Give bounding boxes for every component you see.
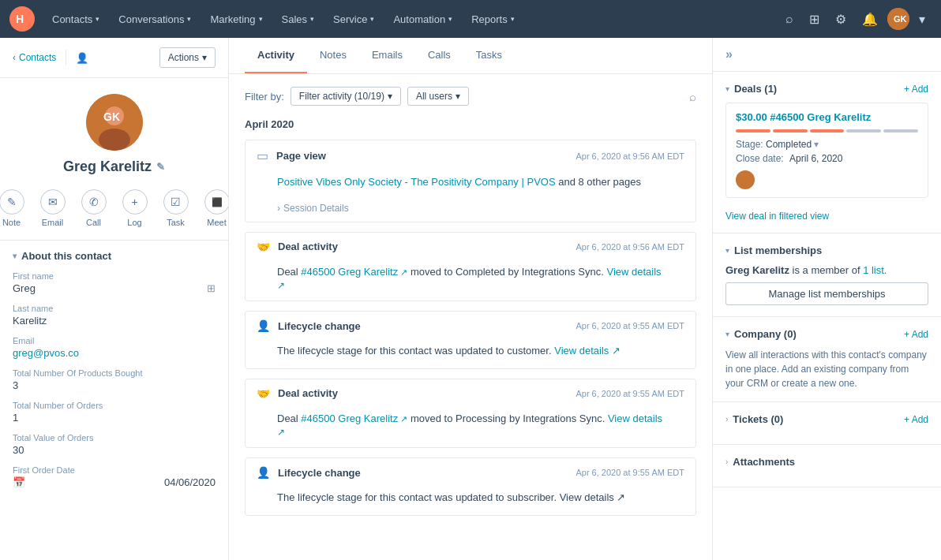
list-memberships-text: Greg Karelitz is a member of 1 list.: [725, 264, 928, 276]
meet-button[interactable]: ⬛ Meet: [198, 186, 230, 230]
view-deal-link[interactable]: View deal in filtered view: [725, 211, 829, 222]
note-button[interactable]: ✎ Note: [0, 186, 31, 230]
action-icons-row: ✎ Note ✉ Email ✆ Call + Log ☑ Task: [0, 186, 229, 230]
stage-chevron-icon[interactable]: ▾: [814, 139, 819, 150]
panel-collapse-button[interactable]: »: [713, 38, 941, 72]
company-chevron-icon[interactable]: ▾: [725, 330, 729, 338]
service-chevron-icon: ▾: [370, 15, 374, 23]
manage-list-memberships-button[interactable]: Manage list memberships: [725, 282, 928, 305]
add-ticket-button[interactable]: + Add: [904, 414, 928, 425]
page-view-link[interactable]: Positive Vibes Only Society - The Positi…: [277, 176, 556, 188]
field-table-icon[interactable]: ⊞: [207, 282, 216, 294]
all-users-filter-button[interactable]: All users ▾: [407, 87, 469, 106]
progress-bar-3: [810, 129, 845, 133]
list-memberships-chevron-icon[interactable]: ▾: [725, 246, 729, 255]
deal-ext-link[interactable]: ↗: [277, 280, 285, 291]
activity-card-page-view: ▭ Page view Apr 6, 2020 at 9:56 AM EDT P…: [245, 140, 696, 222]
lifecycle-icon-2: 👤: [257, 466, 270, 479]
apps-icon[interactable]: ⊞: [803, 7, 826, 32]
nav-contacts[interactable]: Contacts ▾: [44, 9, 107, 30]
deal-name[interactable]: $30.00 #46500 Greg Karelitz: [736, 111, 918, 123]
actions-button[interactable]: Actions ▾: [159, 47, 216, 68]
attachments-chevron-icon[interactable]: ›: [725, 457, 728, 466]
activity-body: The lifecycle stage for this contact was…: [246, 340, 695, 368]
about-section-header[interactable]: ▾ About this contact: [13, 250, 216, 262]
email-icon: ✉: [40, 189, 66, 215]
view-details-link-2[interactable]: View details: [608, 413, 662, 424]
nav-automation[interactable]: Automation ▾: [385, 9, 460, 30]
add-deal-button[interactable]: + Add: [904, 84, 928, 95]
about-chevron-icon: ▾: [13, 252, 17, 260]
search-icon[interactable]: ⌕: [779, 7, 800, 31]
email-button[interactable]: ✉ Email: [34, 186, 72, 230]
progress-bar-1: [736, 129, 770, 133]
activity-search-icon[interactable]: ⌕: [689, 90, 696, 103]
filter-bar: Filter by: Filter activity (10/19) ▾ All…: [245, 87, 696, 106]
deal-close-date: Close date: April 6, 2020: [736, 153, 918, 164]
tickets-section-header: › Tickets (0) + Add: [725, 413, 928, 425]
nav-conversations[interactable]: Conversations ▾: [111, 9, 199, 30]
tab-emails[interactable]: Emails: [359, 38, 415, 73]
deal-activity-icon-2: 🤝: [257, 387, 270, 400]
user-avatar[interactable]: GK: [887, 8, 909, 30]
log-button[interactable]: + Log: [116, 186, 154, 230]
add-company-button[interactable]: + Add: [904, 329, 928, 340]
conversations-chevron-icon: ▾: [187, 15, 191, 23]
page-view-icon: ▭: [257, 148, 268, 163]
svg-point-6: [99, 129, 130, 151]
activity-card-header: ▭ Page view Apr 6, 2020 at 9:56 AM EDT: [246, 140, 695, 171]
edit-name-icon[interactable]: ✎: [156, 161, 165, 173]
view-details-link[interactable]: View details: [606, 266, 661, 278]
date-divider: April 2020: [245, 118, 696, 130]
about-section: ▾ About this contact First name Greg ⊞ L…: [0, 241, 228, 507]
list-count-link[interactable]: 1 list.: [863, 264, 887, 276]
progress-bar-4: [846, 129, 881, 133]
note-icon: ✎: [0, 189, 24, 215]
field-email: Email greg@pvos.co: [13, 336, 216, 359]
actions-chevron-icon: ▾: [202, 52, 207, 63]
sales-chevron-icon: ▾: [310, 15, 314, 23]
deal-link[interactable]: #46500 Greg Karelitz: [301, 266, 398, 278]
activity-body: Deal #46500 Greg Karelitz ↗ moved to Pro…: [246, 408, 695, 448]
notifications-icon[interactable]: 🔔: [856, 7, 884, 32]
task-button[interactable]: ☑ Task: [157, 186, 195, 230]
tickets-chevron-icon[interactable]: ›: [725, 415, 728, 424]
ext-link-icon: ↗: [398, 267, 407, 277]
filter-activity-button[interactable]: Filter activity (10/19) ▾: [291, 87, 401, 106]
attachments-section: › Attachments: [713, 445, 941, 487]
deal-link-2[interactable]: #46500 Greg Karelitz: [301, 413, 398, 424]
account-chevron-icon[interactable]: ▾: [913, 7, 932, 32]
nav-marketing[interactable]: Marketing ▾: [202, 9, 270, 30]
tab-activity[interactable]: Activity: [245, 38, 307, 73]
hubspot-logo[interactable]: H: [9, 6, 35, 32]
tab-calls[interactable]: Calls: [415, 38, 463, 73]
deal-activity-icon: 🤝: [257, 241, 270, 253]
nav-sales[interactable]: Sales ▾: [274, 9, 323, 30]
activity-card-header: 🤝 Deal activity Apr 6, 2020 at 9:56 AM E…: [246, 233, 695, 261]
view-details-link[interactable]: View details: [554, 345, 609, 357]
marketing-chevron-icon: ▾: [259, 15, 263, 23]
session-details-expand[interactable]: › Session Details: [246, 200, 695, 222]
company-section-header: ▾ Company (0) + Add: [725, 328, 928, 340]
meet-icon: ⬛: [204, 189, 230, 215]
call-button[interactable]: ✆ Call: [75, 186, 113, 230]
task-icon: ☑: [163, 189, 189, 215]
field-orders: Total Number of Orders 1: [13, 401, 216, 424]
back-chevron-icon: ‹: [13, 52, 16, 63]
activity-card-header: 👤 Lifecycle change Apr 6, 2020 at 9:55 A…: [246, 458, 695, 487]
deals-chevron-icon[interactable]: ▾: [725, 84, 729, 93]
deal-stage: Stage: Completed ▾: [736, 139, 918, 150]
activity-card-header: 🤝 Deal activity Apr 6, 2020 at 9:55 AM E…: [246, 379, 695, 408]
nav-service[interactable]: Service ▾: [325, 9, 382, 30]
tab-notes[interactable]: Notes: [307, 38, 359, 73]
ext-link-icon: ↗: [612, 345, 620, 357]
back-to-contacts-button[interactable]: ‹ Contacts: [13, 52, 56, 63]
nav-reports[interactable]: Reports ▾: [463, 9, 523, 30]
tab-tasks[interactable]: Tasks: [463, 38, 515, 73]
reports-chevron-icon: ▾: [511, 15, 515, 23]
activity-area: Filter by: Filter activity (10/19) ▾ All…: [229, 74, 712, 538]
activity-card-deal-1: 🤝 Deal activity Apr 6, 2020 at 9:56 AM E…: [245, 232, 696, 302]
deal-ext-link-2[interactable]: ↗: [277, 427, 285, 438]
deals-section: ▾ Deals (1) + Add $30.00 #46500 Greg Kar…: [713, 72, 941, 233]
settings-icon[interactable]: ⚙: [829, 7, 853, 32]
